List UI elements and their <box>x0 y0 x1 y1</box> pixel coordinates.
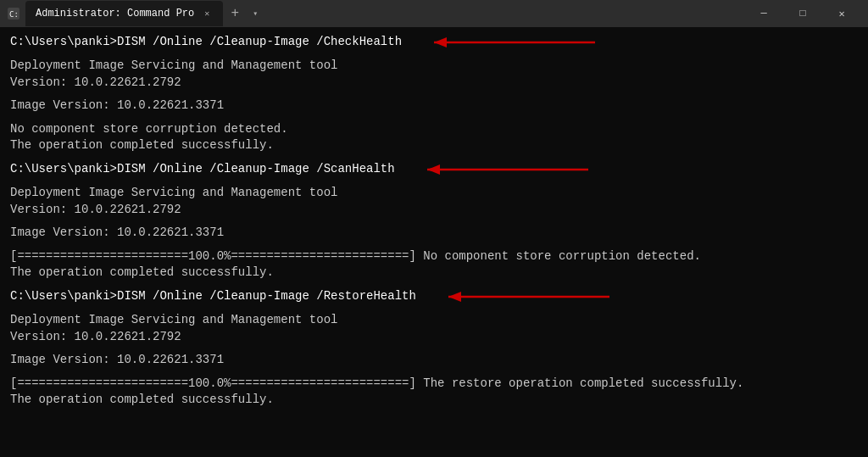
output-line: Version: 10.0.22621.2792 <box>10 75 858 92</box>
svg-marker-7 <box>448 292 461 302</box>
empty-line <box>10 178 858 185</box>
command-text: C:\Users\panki>DISM /Online /Cleanup-Ima… <box>10 161 395 178</box>
output-line: Image Version: 10.0.22621.3371 <box>10 225 858 242</box>
tab-dropdown-button[interactable]: ▾ <box>247 5 264 22</box>
empty-line <box>10 345 858 352</box>
output-line: [========================100.0%=========… <box>10 376 858 393</box>
output-line: Deployment Image Servicing and Managemen… <box>10 185 858 202</box>
command-text: C:\Users\panki>DISM /Online /Cleanup-Ima… <box>10 288 416 305</box>
output-line: Version: 10.0.22621.2792 <box>10 202 858 219</box>
window-controls: ─ □ ✕ <box>744 0 861 27</box>
output-line: The operation completed successfully. <box>10 137 858 154</box>
close-window-button[interactable]: ✕ <box>822 0 861 27</box>
arrow-annotation <box>402 161 588 178</box>
svg-text:C:: C: <box>9 10 19 19</box>
empty-line <box>10 281 858 288</box>
empty-line <box>10 154 858 161</box>
terminal-output: C:\Users\panki>DISM /Online /Cleanup-Ima… <box>0 27 868 457</box>
output-line: Image Version: 10.0.22621.3371 <box>10 352 858 369</box>
cmd-row: C:\Users\panki>DISM /Online /Cleanup-Ima… <box>10 288 858 305</box>
tab-close-button[interactable]: ✕ <box>201 8 213 20</box>
output-line: The operation completed successfully. <box>10 392 858 409</box>
empty-line <box>10 369 858 376</box>
tab-command-pro[interactable]: Administrator: Command Pro ✕ <box>25 1 223 26</box>
empty-line <box>10 91 858 98</box>
output-line: [========================100.0%=========… <box>10 248 858 265</box>
new-tab-button[interactable]: + <box>223 2 247 25</box>
app-icon: C: <box>7 7 20 20</box>
output-line: No component store corruption detected. <box>10 121 858 138</box>
output-line: Image Version: 10.0.22621.3371 <box>10 98 858 114</box>
output-line: Deployment Image Servicing and Managemen… <box>10 58 858 75</box>
output-line: Deployment Image Servicing and Managemen… <box>10 312 858 329</box>
svg-marker-3 <box>434 37 447 47</box>
empty-line <box>10 242 858 248</box>
empty-line <box>10 305 858 312</box>
arrow-annotation <box>409 34 595 51</box>
maximize-button[interactable]: □ <box>783 0 822 27</box>
svg-marker-5 <box>427 164 440 175</box>
minimize-button[interactable]: ─ <box>744 0 783 27</box>
empty-line <box>10 114 858 121</box>
arrow-annotation <box>423 288 609 305</box>
titlebar: C: Administrator: Command Pro ✕ + ▾ ─ □ … <box>0 0 868 27</box>
cmd-row: C:\Users\panki>DISM /Online /Cleanup-Ima… <box>10 34 858 51</box>
tab-area: Administrator: Command Pro ✕ + ▾ <box>25 1 739 26</box>
command-text: C:\Users\panki>DISM /Online /Cleanup-Ima… <box>10 34 402 51</box>
cmd-row: C:\Users\panki>DISM /Online /Cleanup-Ima… <box>10 161 858 178</box>
tab-label: Administrator: Command Pro <box>36 8 194 20</box>
output-line: Version: 10.0.22621.2792 <box>10 329 858 346</box>
empty-line <box>10 218 858 225</box>
output-line: The operation completed successfully. <box>10 265 858 281</box>
empty-line <box>10 51 858 58</box>
